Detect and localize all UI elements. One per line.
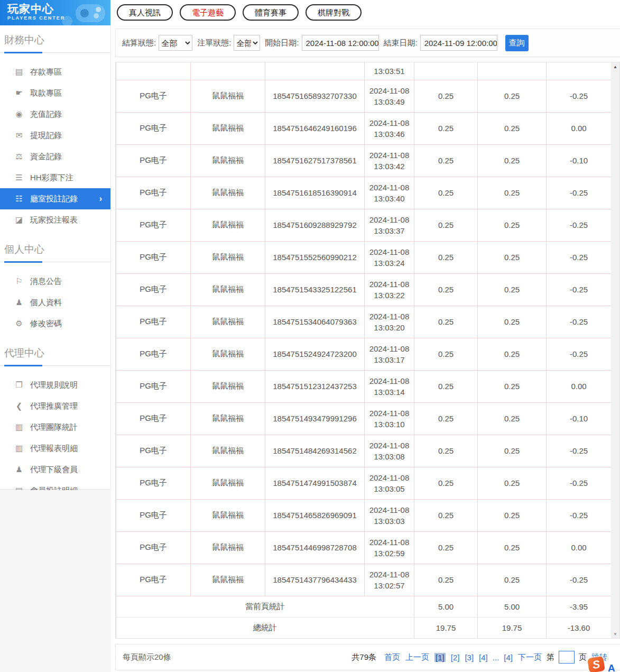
cell-valid-bet: 0.25 (478, 564, 547, 596)
agent-team-stats-icon: ▥ (13, 422, 25, 432)
cell-valid-bet: 0.25 (478, 273, 547, 306)
sidebar-item[interactable]: ⚖ 資金記錄 (0, 146, 110, 167)
cell-winloss: 0.00 (547, 370, 612, 402)
withdraw-hand-icon: ☛ (13, 88, 25, 98)
cell-order-id: 1854751627517378561 (265, 144, 365, 177)
page-size-text: 每頁顯示20條 (123, 652, 171, 662)
cell-valid-bet: 0.25 (478, 241, 547, 273)
start-date-label: 開始日期: (265, 38, 299, 48)
cell-provider: PG电子 (116, 338, 191, 370)
cell-winloss: -0.25 (547, 338, 612, 370)
sidebar-item[interactable]: ❮ 代理推廣管理 (0, 395, 110, 417)
page-number-link[interactable]: [4] (479, 653, 488, 662)
cell-provider: PG电子 (116, 435, 191, 467)
bet-records-table-container: 13:03:51 PG电子 鼠鼠福福 1854751658932707330 2… (115, 62, 620, 639)
cell-winloss: -0.25 (547, 435, 612, 467)
first-page-link[interactable]: 首页 (384, 652, 400, 662)
category-tab[interactable]: 電子遊藝 (180, 4, 236, 21)
sidebar-item[interactable]: ☰ HH彩票下注 (0, 167, 110, 188)
sidebar-item[interactable]: ◪ 玩家投注報表 (0, 209, 110, 231)
cell-winloss: -0.25 (547, 177, 612, 209)
page-number-link[interactable]: [1] (434, 653, 446, 662)
jump-prefix-label: 第 (547, 652, 554, 662)
prev-page-link[interactable]: 上一页 (405, 652, 429, 662)
page-number-links: [1][2][3][4] (432, 653, 491, 662)
cell-provider: PG电子 (116, 306, 191, 338)
cell-winloss: -0.25 (547, 467, 612, 499)
table-row: PG电子 鼠鼠福福 1854751534064079363 2024-11-08… (116, 306, 612, 338)
cell-winloss: 0.00 (547, 112, 612, 144)
settle-status-select[interactable]: 全部 (159, 35, 192, 51)
cell-time: 2024-11-08 13:03:08 (365, 435, 414, 467)
scroll-up-icon[interactable]: ▲ (611, 62, 619, 71)
cell-time: 2024-11-08 13:03:22 (365, 273, 414, 306)
cell-time: 2024-11-08 13:03:24 (365, 241, 414, 273)
start-date-input[interactable] (302, 35, 379, 51)
recharge-record-icon: ◉ (13, 109, 25, 119)
cell-order-id: 1854751658932707330 (265, 80, 365, 112)
ime-indicator[interactable]: S A (588, 657, 615, 672)
scroll-down-icon[interactable]: ▼ (611, 630, 619, 638)
cell-order-id: 1854751646249160196 (265, 112, 365, 144)
table-row-clipped: 13:03:51 (116, 62, 612, 80)
table-row: PG电子 鼠鼠福福 1854751618516390914 2024-11-08… (116, 177, 612, 209)
order-status-select[interactable]: 全部 (234, 35, 260, 51)
cell-time: 2024-11-08 13:03:46 (365, 112, 414, 144)
jump-page-input[interactable] (559, 651, 575, 664)
sidebar-item[interactable]: ⚙ 修改密碼 (0, 313, 110, 334)
agent-members-icon: ♟ (13, 465, 25, 474)
sogou-ime-icon[interactable]: S (587, 656, 605, 672)
sidebar-item[interactable]: ▤ 存款專區 (0, 61, 110, 82)
cell-order-id: 1854751552560990212 (265, 241, 365, 273)
category-tab[interactable]: 棋牌對戰 (306, 4, 362, 21)
section-title-finance: 財務中心 (0, 25, 110, 53)
sidebar-item[interactable]: ✉ 提現記錄 (0, 125, 110, 146)
cell-winloss: -0.25 (547, 564, 612, 596)
end-date-input[interactable] (420, 35, 497, 51)
cell-provider: PG电子 (116, 177, 191, 209)
cell-provider: PG电子 (116, 112, 191, 144)
sidebar-item[interactable]: ▥ 代理報表明細 (0, 438, 110, 459)
page-number-link[interactable]: [3] (465, 653, 474, 662)
sidebar: 玩家中心 PLAYERS CENTER 財務中心 ▤ 存款專區 ☛ 取款專區 ◉… (0, 0, 111, 490)
password-gear-icon: ⚙ (13, 319, 25, 328)
cell-provider: PG电子 (116, 467, 191, 499)
page-total-label: 當前頁統計 (116, 596, 414, 617)
cell-provider: PG电子 (116, 80, 191, 112)
cell-game: 鼠鼠福福 (191, 144, 265, 177)
last-page-link[interactable]: [4] (504, 653, 513, 662)
table-scrollbar[interactable]: ▲ ▼ (611, 62, 619, 638)
sidebar-item[interactable]: ♟ 個人資料 (0, 292, 110, 313)
withdraw-record-icon: ✉ (13, 131, 25, 140)
cell-order-id: 1854751609288929792 (265, 209, 365, 241)
cell-order-id: 1854751437796434433 (265, 564, 365, 596)
page-total-bet: 5.00 (414, 596, 478, 617)
cell-bet-amount: 0.25 (414, 402, 478, 435)
cell-game: 鼠鼠福福 (191, 402, 265, 435)
cell-valid-bet: 0.25 (478, 144, 547, 177)
sidebar-item[interactable]: ⚐ 消息公告 (0, 271, 110, 292)
cell-time: 2024-11-08 13:03:05 (365, 467, 414, 499)
category-tab[interactable]: 體育賽事 (243, 4, 299, 21)
search-button[interactable]: 查詢 (505, 35, 529, 51)
cell-order-id: 1854751493479991296 (265, 402, 365, 435)
cell-valid-bet: 0.25 (478, 531, 547, 564)
sidebar-item[interactable]: ☛ 取款專區 (0, 82, 110, 104)
cell-order-id: 1854751484269314562 (265, 435, 365, 467)
sidebar-item[interactable]: ❐ 代理規則說明 (0, 374, 110, 395)
cell-provider: PG电子 (116, 402, 191, 435)
sidebar-item[interactable]: ◉ 充值記錄 (0, 104, 110, 125)
page: 玩家中心 PLAYERS CENTER 財務中心 ▤ 存款專區 ☛ 取款專區 ◉… (0, 0, 620, 672)
sidebar-item[interactable]: ♟ 代理下級會員 (0, 459, 110, 480)
next-page-link[interactable]: 下一页 (518, 652, 542, 662)
sidebar-item[interactable]: ☷ 廳室投註記錄 › (0, 188, 110, 209)
category-tab[interactable]: 真人視訊 (117, 4, 173, 21)
cell-bet-amount: 0.25 (414, 112, 478, 144)
table-row: PG电子 鼠鼠福福 1854751484269314562 2024-11-08… (116, 435, 612, 467)
table-row: PG电子 鼠鼠福福 1854751658932707330 2024-11-08… (116, 80, 612, 112)
cell-provider: PG电子 (116, 273, 191, 306)
table-row: PG电子 鼠鼠福福 1854751609288929792 2024-11-08… (116, 209, 612, 241)
sidebar-item[interactable]: ▥ 代理團隊統計 (0, 417, 110, 438)
cell-valid-bet: 0.25 (478, 370, 547, 402)
page-number-link[interactable]: [2] (451, 653, 460, 662)
